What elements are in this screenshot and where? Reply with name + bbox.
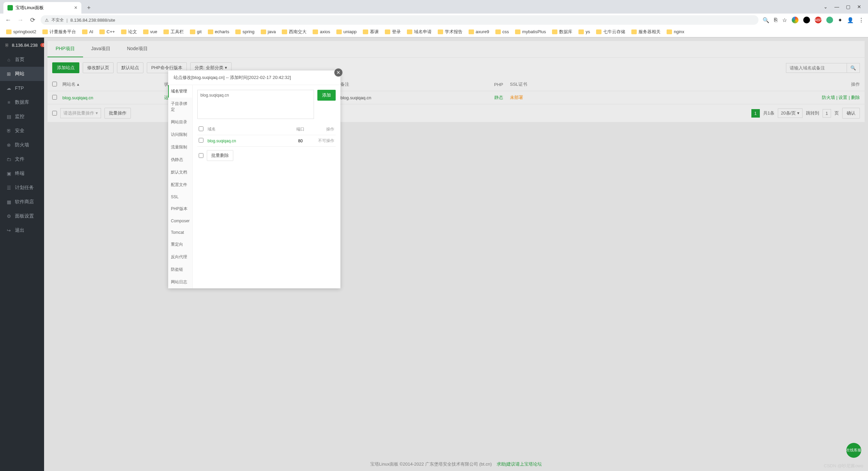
reload-icon[interactable]: ⟳ (28, 16, 37, 24)
bookmark-item[interactable]: C++ (97, 28, 117, 35)
bookmark-item[interactable]: 计量服务平台 (40, 28, 78, 36)
domain-textarea[interactable]: blog.suqiqaq.cn (197, 90, 314, 119)
bookmark-item[interactable]: 域名申请 (405, 28, 434, 36)
folder-icon (363, 29, 368, 34)
modal-nav-item[interactable]: PHP版本 (168, 203, 192, 215)
minimize-icon[interactable]: — (834, 4, 839, 9)
bookmark-item[interactable]: mybatisPlus (513, 28, 548, 35)
address-bar: ← → ⟳ ⚠ 不安全 | 8.136.84.238:8888/site 🔍 ⎘… (0, 14, 868, 26)
window-controls: ⌄ — ▢ ✕ (817, 0, 868, 14)
browser-tab[interactable]: 宝塔Linux面板 × (3, 2, 81, 14)
url-input[interactable]: ⚠ 不安全 | 8.136.84.238:8888/site (41, 15, 758, 25)
modal-nav-item[interactable]: 配置文件 (168, 179, 192, 191)
modal-nav-item[interactable]: Composer (168, 215, 192, 227)
modal-nav-item[interactable]: SSL (168, 191, 192, 203)
install-icon[interactable]: ⎘ (774, 17, 777, 23)
bookmark-item[interactable]: 七牛云存储 (594, 28, 627, 36)
bookmark-item[interactable]: 工具栏 (161, 28, 186, 36)
folder-icon (495, 29, 501, 34)
folder-icon (336, 29, 342, 34)
modal-nav-item[interactable]: 反向代理 (168, 251, 192, 263)
modal-nav-item[interactable]: 网站目录 (168, 116, 192, 128)
bookmark-item[interactable]: vue (141, 28, 159, 35)
tab-bar: 宝塔Linux面板 × + ⌄ — ▢ ✕ (0, 0, 868, 14)
bookmark-item[interactable]: 服务器相关 (629, 28, 663, 36)
modal-nav-item[interactable]: 重定向 (168, 238, 192, 251)
modal-overlay[interactable] (0, 37, 868, 471)
bookmark-item[interactable]: 登录 (383, 28, 403, 36)
folder-icon (596, 29, 601, 34)
bookmark-item[interactable]: 学术报告 (436, 28, 465, 36)
dselect-all[interactable] (199, 126, 203, 131)
abp-ext-icon[interactable]: ABP (815, 17, 822, 23)
extensions-icon[interactable]: ✦ (838, 17, 842, 23)
bookmark-item[interactable]: ys (576, 28, 592, 35)
folder-icon (121, 29, 126, 34)
close-tab-icon[interactable]: × (74, 5, 77, 11)
bookmark-item[interactable]: java (259, 28, 278, 35)
folder-icon (163, 29, 169, 34)
bookmark-item[interactable]: git (188, 28, 204, 35)
drow-checkbox[interactable] (199, 138, 203, 143)
folder-icon (261, 29, 266, 34)
folder-icon (631, 29, 637, 34)
chrome-ext-icon[interactable] (792, 17, 798, 23)
profile-icon[interactable]: 👤 (847, 17, 854, 23)
bookmark-item[interactable]: axure9 (467, 28, 491, 35)
maximize-icon[interactable]: ▢ (846, 4, 850, 9)
bookmark-item[interactable]: 慕课 (361, 28, 381, 36)
bookmark-item[interactable]: AI (80, 28, 95, 35)
folder-icon (515, 29, 520, 34)
bookmark-item[interactable]: 西南交大 (280, 28, 309, 36)
batch-del-checkbox[interactable] (199, 153, 203, 158)
modal-nav-item[interactable]: 子目录绑定 (168, 98, 192, 116)
folder-icon (235, 29, 241, 34)
bookmark-item[interactable]: 论文 (119, 28, 139, 36)
forward-icon[interactable]: → (16, 17, 24, 24)
ext2-icon[interactable] (803, 17, 810, 23)
folder-icon (313, 29, 318, 34)
folder-icon (6, 29, 12, 34)
bookmark-item[interactable]: uniapp (334, 28, 359, 35)
close-window-icon[interactable]: ✕ (857, 4, 861, 9)
modal-close-button[interactable]: ✕ (334, 68, 342, 77)
bookmark-item[interactable]: css (493, 28, 511, 35)
chevron-down-icon[interactable]: ⌄ (824, 4, 828, 9)
bookmark-item[interactable]: nginx (665, 28, 686, 35)
modal-nav-item[interactable]: 流量限制 (168, 141, 192, 153)
vue-ext-icon[interactable] (826, 17, 833, 23)
star-icon[interactable]: ☆ (782, 17, 787, 23)
drow-domain[interactable]: blog.suqiqaq.cn (208, 139, 290, 143)
url-text: 8.136.84.238:8888/site (70, 18, 115, 23)
modal-nav-item[interactable]: 域名管理 (168, 85, 192, 98)
back-icon[interactable]: ← (4, 17, 12, 24)
new-tab-button[interactable]: + (84, 3, 94, 13)
toolbar-icons: 🔍 ⎘ ☆ ABP ✦ 👤 ⋮ (763, 17, 864, 23)
folder-icon (438, 29, 443, 34)
bookmark-item[interactable]: echarts (206, 28, 232, 35)
domain-table: 域名 端口 操作 blog.suqiqaq.cn 80 不可操作 批量删除 (197, 124, 336, 164)
domain-row: blog.suqiqaq.cn 80 不可操作 (197, 135, 336, 147)
modal-nav-item[interactable]: Tomcat (168, 227, 192, 238)
drow-port: 80 (290, 139, 311, 143)
bookmark-item[interactable]: spring (233, 28, 256, 35)
folder-icon (143, 29, 149, 34)
modal-nav-item[interactable]: 默认文档 (168, 166, 192, 179)
browser-chrome: 宝塔Linux面板 × + ⌄ — ▢ ✕ ← → ⟳ ⚠ 不安全 | 8.13… (0, 0, 868, 38)
bookmark-item[interactable]: springboot2 (4, 28, 38, 35)
bookmark-item[interactable]: 数据库 (550, 28, 574, 36)
dth-port: 端口 (290, 126, 311, 132)
modal-nav-item[interactable]: 防盗链 (168, 263, 192, 276)
modal-nav-item[interactable]: 伪静态 (168, 153, 192, 166)
folder-icon (190, 29, 195, 34)
add-domain-button[interactable]: 添加 (317, 90, 336, 101)
modal-nav-item[interactable]: 访问限制 (168, 128, 192, 141)
menu-icon[interactable]: ⋮ (859, 17, 864, 23)
folder-icon (552, 29, 557, 34)
modal-title: 站点修改[blog.suqiqaq.cn] -- 添加时间[2022-02-17… (168, 70, 340, 85)
search-icon[interactable]: 🔍 (763, 17, 769, 23)
modal-nav-item[interactable]: 网站日志 (168, 276, 192, 288)
folder-icon (99, 29, 105, 34)
batch-delete-button[interactable]: 批量删除 (207, 150, 233, 161)
bookmark-item[interactable]: axios (311, 28, 332, 35)
